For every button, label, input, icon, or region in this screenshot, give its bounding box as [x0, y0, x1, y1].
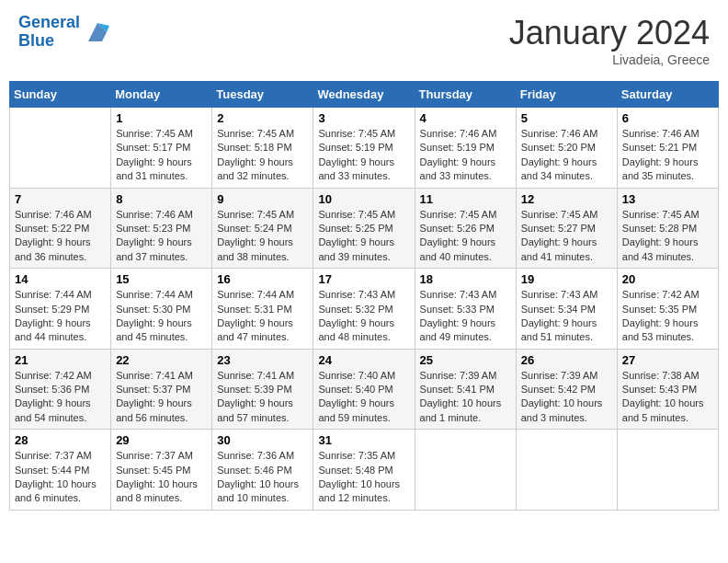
day-cell: 10Sunrise: 7:45 AMSunset: 5:25 PMDayligh…	[313, 188, 415, 269]
day-number: 1	[116, 111, 207, 125]
day-cell: 7Sunrise: 7:46 AMSunset: 5:22 PMDaylight…	[10, 188, 111, 269]
day-number: 13	[622, 192, 713, 206]
day-cell: 13Sunrise: 7:45 AMSunset: 5:28 PMDayligh…	[617, 188, 718, 269]
header-thursday: Thursday	[415, 82, 516, 108]
day-content: Sunrise: 7:46 AMSunset: 5:21 PMDaylight:…	[622, 127, 713, 184]
day-content: Sunrise: 7:36 AMSunset: 5:46 PMDaylight:…	[217, 449, 308, 506]
day-cell: 17Sunrise: 7:43 AMSunset: 5:32 PMDayligh…	[313, 269, 415, 350]
day-content: Sunrise: 7:45 AMSunset: 5:24 PMDaylight:…	[217, 208, 308, 265]
day-cell: 16Sunrise: 7:44 AMSunset: 5:31 PMDayligh…	[212, 269, 313, 350]
day-content: Sunrise: 7:41 AMSunset: 5:37 PMDaylight:…	[116, 369, 207, 426]
day-cell: 31Sunrise: 7:35 AMSunset: 5:48 PMDayligh…	[313, 430, 415, 511]
month-title: January 2024	[509, 14, 710, 52]
day-number: 18	[420, 272, 511, 286]
day-number: 19	[521, 272, 612, 286]
header-sunday: Sunday	[10, 82, 111, 108]
day-number: 6	[622, 111, 713, 125]
location: Livadeia, Greece	[509, 52, 710, 67]
day-number: 21	[15, 353, 106, 367]
day-cell: 18Sunrise: 7:43 AMSunset: 5:33 PMDayligh…	[415, 269, 516, 350]
day-cell: 30Sunrise: 7:36 AMSunset: 5:46 PMDayligh…	[212, 430, 313, 511]
logo-general: General	[18, 13, 80, 31]
day-number: 31	[318, 433, 409, 447]
day-number: 15	[116, 272, 207, 286]
logo-icon	[84, 18, 111, 46]
header-tuesday: Tuesday	[212, 82, 313, 108]
day-number: 25	[420, 353, 511, 367]
calendar-table: SundayMondayTuesdayWednesdayThursdayFrid…	[9, 81, 719, 511]
day-cell	[415, 430, 516, 511]
day-cell: 26Sunrise: 7:39 AMSunset: 5:42 PMDayligh…	[516, 349, 617, 430]
day-number: 7	[15, 192, 106, 206]
day-content: Sunrise: 7:37 AMSunset: 5:44 PMDaylight:…	[15, 449, 106, 506]
title-block: January 2024 Livadeia, Greece	[509, 14, 710, 67]
day-number: 14	[15, 272, 106, 286]
day-content: Sunrise: 7:35 AMSunset: 5:48 PMDaylight:…	[318, 449, 409, 506]
day-cell: 11Sunrise: 7:45 AMSunset: 5:26 PMDayligh…	[415, 188, 516, 269]
day-number: 11	[420, 192, 511, 206]
header-friday: Friday	[516, 82, 617, 108]
day-number: 20	[622, 272, 713, 286]
header-saturday: Saturday	[617, 82, 718, 108]
day-content: Sunrise: 7:44 AMSunset: 5:31 PMDaylight:…	[217, 288, 308, 345]
day-cell: 2Sunrise: 7:45 AMSunset: 5:18 PMDaylight…	[212, 108, 313, 189]
day-number: 17	[318, 272, 409, 286]
logo-text: General Blue	[18, 14, 80, 51]
day-content: Sunrise: 7:43 AMSunset: 5:33 PMDaylight:…	[420, 288, 511, 345]
day-number: 26	[521, 353, 612, 367]
day-cell: 8Sunrise: 7:46 AMSunset: 5:23 PMDaylight…	[111, 188, 212, 269]
day-number: 30	[217, 433, 308, 447]
day-number: 4	[420, 111, 511, 125]
day-number: 2	[217, 111, 308, 125]
header-row: SundayMondayTuesdayWednesdayThursdayFrid…	[10, 82, 719, 108]
day-content: Sunrise: 7:45 AMSunset: 5:28 PMDaylight:…	[622, 208, 713, 265]
day-content: Sunrise: 7:43 AMSunset: 5:34 PMDaylight:…	[521, 288, 612, 345]
day-content: Sunrise: 7:46 AMSunset: 5:23 PMDaylight:…	[116, 208, 207, 265]
day-cell	[10, 108, 111, 189]
day-number: 3	[318, 111, 409, 125]
week-row-5: 28Sunrise: 7:37 AMSunset: 5:44 PMDayligh…	[10, 430, 719, 511]
week-row-4: 21Sunrise: 7:42 AMSunset: 5:36 PMDayligh…	[10, 349, 719, 430]
day-content: Sunrise: 7:45 AMSunset: 5:17 PMDaylight:…	[116, 127, 207, 184]
day-number: 23	[217, 353, 308, 367]
day-content: Sunrise: 7:45 AMSunset: 5:27 PMDaylight:…	[521, 208, 612, 265]
day-content: Sunrise: 7:38 AMSunset: 5:43 PMDaylight:…	[622, 369, 713, 426]
day-number: 24	[318, 353, 409, 367]
day-content: Sunrise: 7:46 AMSunset: 5:19 PMDaylight:…	[420, 127, 511, 184]
header-monday: Monday	[111, 82, 212, 108]
day-cell: 1Sunrise: 7:45 AMSunset: 5:17 PMDaylight…	[111, 108, 212, 189]
day-content: Sunrise: 7:40 AMSunset: 5:40 PMDaylight:…	[318, 369, 409, 426]
day-content: Sunrise: 7:39 AMSunset: 5:42 PMDaylight:…	[521, 369, 612, 426]
day-cell: 25Sunrise: 7:39 AMSunset: 5:41 PMDayligh…	[415, 349, 516, 430]
day-content: Sunrise: 7:43 AMSunset: 5:32 PMDaylight:…	[318, 288, 409, 345]
day-cell: 9Sunrise: 7:45 AMSunset: 5:24 PMDaylight…	[212, 188, 313, 269]
day-content: Sunrise: 7:42 AMSunset: 5:35 PMDaylight:…	[622, 288, 713, 345]
day-number: 5	[521, 111, 612, 125]
day-number: 10	[318, 192, 409, 206]
day-cell: 12Sunrise: 7:45 AMSunset: 5:27 PMDayligh…	[516, 188, 617, 269]
day-cell: 4Sunrise: 7:46 AMSunset: 5:19 PMDaylight…	[415, 108, 516, 189]
day-number: 27	[622, 353, 713, 367]
day-content: Sunrise: 7:45 AMSunset: 5:25 PMDaylight:…	[318, 208, 409, 265]
day-cell: 3Sunrise: 7:45 AMSunset: 5:19 PMDaylight…	[313, 108, 415, 189]
day-number: 16	[217, 272, 308, 286]
day-cell: 15Sunrise: 7:44 AMSunset: 5:30 PMDayligh…	[111, 269, 212, 350]
logo-blue: Blue	[18, 31, 54, 50]
day-content: Sunrise: 7:37 AMSunset: 5:45 PMDaylight:…	[116, 449, 207, 506]
day-content: Sunrise: 7:42 AMSunset: 5:36 PMDaylight:…	[15, 369, 106, 426]
day-cell: 5Sunrise: 7:46 AMSunset: 5:20 PMDaylight…	[516, 108, 617, 189]
week-row-3: 14Sunrise: 7:44 AMSunset: 5:29 PMDayligh…	[10, 269, 719, 350]
day-cell: 24Sunrise: 7:40 AMSunset: 5:40 PMDayligh…	[313, 349, 415, 430]
day-cell: 23Sunrise: 7:41 AMSunset: 5:39 PMDayligh…	[212, 349, 313, 430]
day-number: 9	[217, 192, 308, 206]
week-row-1: 1Sunrise: 7:45 AMSunset: 5:17 PMDaylight…	[10, 108, 719, 189]
day-number: 22	[116, 353, 207, 367]
day-number: 28	[15, 433, 106, 447]
day-content: Sunrise: 7:44 AMSunset: 5:30 PMDaylight:…	[116, 288, 207, 345]
day-cell: 14Sunrise: 7:44 AMSunset: 5:29 PMDayligh…	[10, 269, 111, 350]
day-number: 8	[116, 192, 207, 206]
day-cell: 22Sunrise: 7:41 AMSunset: 5:37 PMDayligh…	[111, 349, 212, 430]
day-content: Sunrise: 7:45 AMSunset: 5:19 PMDaylight:…	[318, 127, 409, 184]
day-cell: 27Sunrise: 7:38 AMSunset: 5:43 PMDayligh…	[617, 349, 718, 430]
day-content: Sunrise: 7:46 AMSunset: 5:22 PMDaylight:…	[15, 208, 106, 265]
